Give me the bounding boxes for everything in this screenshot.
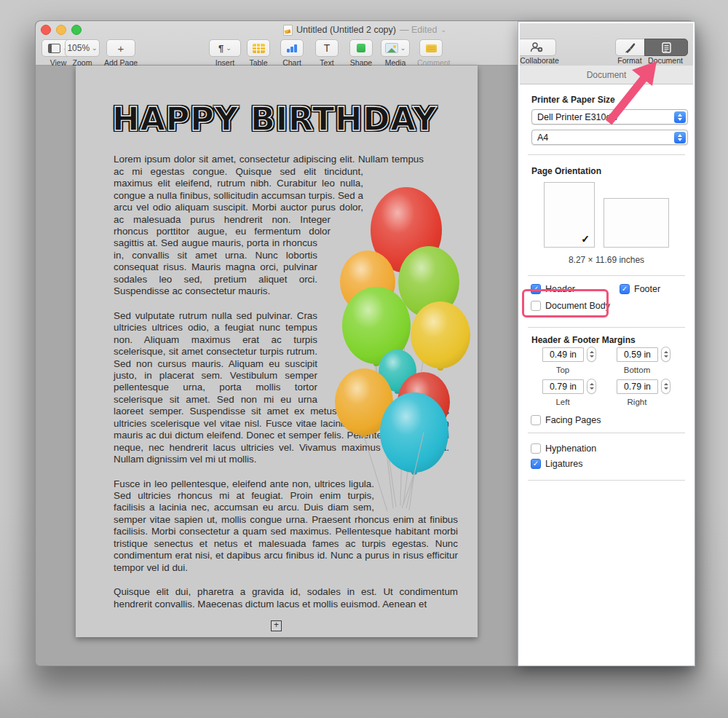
- paper-size-select-value: A4: [537, 133, 548, 143]
- plus-icon: +: [118, 42, 124, 55]
- divider: [528, 433, 685, 433]
- right-margin-field[interactable]: 0.79 in: [617, 379, 658, 394]
- left-margin-stepper[interactable]: [587, 379, 596, 394]
- text-icon: T: [324, 42, 331, 54]
- header-footer-margins-title: Header & Footer Margins: [531, 335, 636, 345]
- text-button[interactable]: T: [315, 39, 339, 57]
- collaborate-person-icon: [530, 42, 543, 52]
- comment-tool: Comment: [417, 39, 445, 67]
- paragraph-icon: ¶: [218, 43, 223, 54]
- zoom-button[interactable]: 105% ⌄: [65, 39, 100, 57]
- document-body-highlight-box: [522, 289, 609, 317]
- insert-tool: ¶ ⌄ Insert: [209, 39, 241, 67]
- top-margin-field[interactable]: 0.49 in: [542, 347, 584, 362]
- zoom-tool: 105% ⌄ Zoom: [65, 39, 100, 67]
- view-icon: [48, 44, 60, 53]
- footer-toggle-label: Footer: [634, 284, 660, 294]
- footer-toggle[interactable]: ✓ Footer: [620, 284, 660, 294]
- inspector-toolbar-strip: Collaborate Format Document: [520, 23, 693, 66]
- divider: [528, 327, 685, 328]
- check-icon: ✓: [581, 233, 590, 245]
- document-tab-button[interactable]: [644, 39, 688, 56]
- zoom-value: 105%: [67, 43, 90, 53]
- ligatures-toggle[interactable]: ✓ Ligatures: [531, 459, 582, 469]
- add-page-tool: + Add Page: [103, 39, 138, 67]
- hyphenation-label: Hyphenation: [545, 443, 596, 454]
- document-label: Document: [644, 56, 687, 65]
- balloon-bouquet-image[interactable]: [316, 179, 479, 514]
- chevron-down-icon: ⌄: [92, 45, 98, 52]
- bottom-margin-stepper[interactable]: [661, 347, 670, 362]
- bottom-margin-field[interactable]: 0.59 in: [617, 347, 658, 362]
- shape-button[interactable]: [349, 39, 373, 57]
- comment-button[interactable]: [419, 39, 443, 57]
- window-title: Untitled (Untitled 2 copy): [296, 25, 396, 35]
- printer-select-value: Dell Printer E310dw: [537, 112, 617, 122]
- comment-icon: [426, 44, 437, 52]
- collaborate-label: Collaborate: [518, 56, 565, 65]
- balloon: [411, 301, 470, 368]
- text-tool: T Text: [315, 39, 339, 67]
- media-button[interactable]: ⌄: [381, 39, 410, 57]
- media-icon: [385, 43, 398, 53]
- format-brush-icon: [625, 42, 636, 53]
- inspector-tab-header: Document: [520, 66, 693, 84]
- printer-paper-size-title: Printer & Paper Size: [531, 95, 615, 105]
- checkbox-checked[interactable]: ✓: [620, 284, 630, 294]
- table-button[interactable]: [247, 39, 270, 57]
- add-page-indicator[interactable]: +: [271, 620, 282, 631]
- paragraph: Quisque elit dui, pharetra a gravida id,…: [114, 586, 458, 610]
- portrait-orientation-option[interactable]: ✓: [544, 182, 595, 248]
- document-inspector-panel: Collaborate Format Document Document Pri…: [518, 22, 695, 666]
- divider: [528, 480, 685, 481]
- bottom-margin-label: Bottom: [615, 366, 659, 374]
- table-icon: [253, 44, 265, 53]
- add-page-button[interactable]: +: [106, 39, 135, 57]
- facing-pages-label: Facing Pages: [545, 415, 601, 425]
- top-margin-label: Top: [541, 366, 585, 374]
- chart-button[interactable]: [280, 39, 304, 57]
- chevron-down-icon: ⌄: [226, 45, 232, 52]
- page-orientation-title: Page Orientation: [531, 166, 601, 176]
- facing-pages-toggle[interactable]: Facing Pages: [531, 415, 601, 425]
- format-button[interactable]: [615, 39, 646, 56]
- title-chevron-down-icon[interactable]: ⌄: [440, 27, 446, 33]
- select-stepper-icon[interactable]: [674, 111, 686, 123]
- balloon: [380, 392, 448, 473]
- document-file-icon: [283, 25, 293, 36]
- edited-status: — Edited: [400, 25, 437, 35]
- paper-size-select[interactable]: A4: [531, 130, 688, 145]
- right-margin-label: Right: [615, 398, 659, 406]
- select-stepper-icon[interactable]: [674, 132, 686, 143]
- insert-button[interactable]: ¶ ⌄: [209, 39, 241, 57]
- chart-tool: Chart: [280, 39, 304, 67]
- document-heading: HAPPY BIRTHDAY: [112, 102, 458, 136]
- collaborate-button[interactable]: [518, 39, 556, 56]
- printer-select[interactable]: Dell Printer E310dw: [531, 109, 688, 125]
- document-page[interactable]: HAPPY BIRTHDAY Lorem ipsum dolor sit ame…: [76, 66, 478, 637]
- divider: [528, 154, 685, 155]
- top-margin-stepper[interactable]: [587, 347, 596, 362]
- table-tool: Table: [247, 39, 270, 67]
- chevron-down-icon: ⌄: [400, 45, 406, 52]
- shape-icon: [357, 44, 365, 52]
- shape-tool: Shape: [349, 39, 373, 67]
- divider: [528, 275, 685, 276]
- right-margin-stepper[interactable]: [661, 379, 670, 394]
- left-margin-label: Left: [541, 398, 585, 406]
- checkbox-unchecked[interactable]: [531, 415, 541, 425]
- checkbox-unchecked[interactable]: [531, 443, 541, 454]
- document-icon: [662, 42, 671, 53]
- landscape-orientation-option[interactable]: [604, 198, 669, 248]
- hyphenation-toggle[interactable]: Hyphenation: [531, 443, 596, 454]
- ligatures-label: Ligatures: [545, 459, 582, 469]
- chart-icon: [286, 44, 298, 52]
- paper-dimensions: 8.27 × 11.69 inches: [520, 255, 693, 265]
- checkbox-checked[interactable]: ✓: [531, 459, 541, 469]
- left-margin-field[interactable]: 0.79 in: [542, 379, 584, 394]
- media-tool: ⌄ Media: [381, 39, 410, 67]
